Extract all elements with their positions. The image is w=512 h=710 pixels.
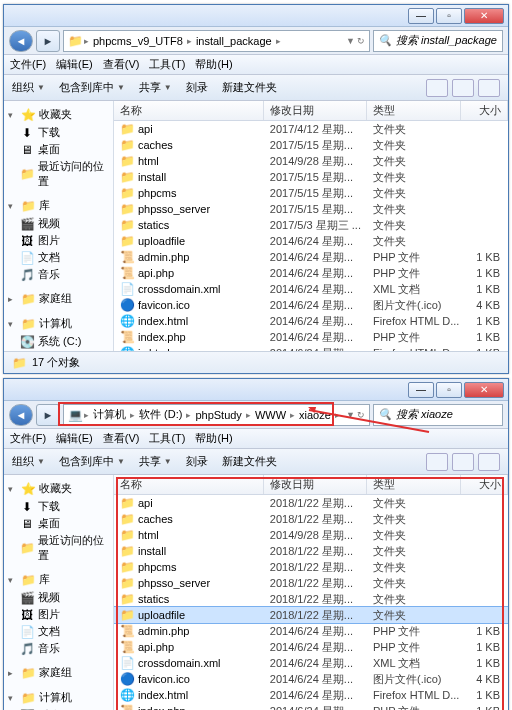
sidebar-item[interactable]: 🖥桌面: [6, 515, 111, 532]
sidebar-header[interactable]: ▾📁计算机: [6, 314, 111, 333]
organize-button[interactable]: 组织▼: [12, 454, 45, 469]
sidebar-header[interactable]: ▾⭐收藏夹: [6, 479, 111, 498]
back-button[interactable]: ◄: [9, 404, 33, 426]
file-list[interactable]: 📁api2017/4/12 星期...文件夹📁caches2017/5/15 星…: [114, 121, 508, 351]
file-row[interactable]: 📜admin.php2014/6/24 星期...PHP 文件1 KB: [114, 623, 508, 639]
file-row[interactable]: 📁caches2018/1/22 星期...文件夹: [114, 511, 508, 527]
breadcrumb-seg[interactable]: 软件 (D:): [137, 407, 184, 422]
col-type[interactable]: 类型: [367, 101, 461, 120]
breadcrumb-seg[interactable]: WWW: [253, 409, 288, 421]
file-list[interactable]: 📁api2018/1/22 星期...文件夹📁caches2018/1/22 星…: [114, 495, 508, 710]
menu-view[interactable]: 查看(V): [103, 431, 140, 446]
breadcrumb-seg[interactable]: phpStudy: [193, 409, 243, 421]
menu-file[interactable]: 文件(F): [10, 57, 46, 72]
sidebar-item[interactable]: 💽软件 (D:): [6, 350, 111, 351]
menu-view[interactable]: 查看(V): [103, 57, 140, 72]
refresh-icon[interactable]: ↻: [357, 410, 365, 420]
menu-file[interactable]: 文件(F): [10, 431, 46, 446]
back-button[interactable]: ◄: [9, 30, 33, 52]
titlebar[interactable]: — ▫ ✕: [4, 379, 508, 401]
sidebar-item[interactable]: 🎵音乐: [6, 266, 111, 283]
sidebar-item[interactable]: 📁最近访问的位置: [6, 532, 111, 564]
sidebar-header[interactable]: ▸📁家庭组: [6, 663, 111, 682]
help-button[interactable]: [478, 79, 500, 97]
sidebar-item[interactable]: 📁最近访问的位置: [6, 158, 111, 190]
new-folder-button[interactable]: 新建文件夹: [222, 454, 277, 469]
file-row[interactable]: 📁install2017/5/15 星期...文件夹: [114, 169, 508, 185]
new-folder-button[interactable]: 新建文件夹: [222, 80, 277, 95]
sidebar-item[interactable]: ⬇下载: [6, 498, 111, 515]
menu-tools[interactable]: 工具(T): [149, 57, 185, 72]
sidebar-item[interactable]: 💽系统 (C:): [6, 333, 111, 350]
file-row[interactable]: 📁statics2018/1/22 星期...文件夹: [114, 591, 508, 607]
file-row[interactable]: 📁uploadfile2018/1/22 星期...文件夹: [114, 607, 508, 623]
file-row[interactable]: 📁caches2017/5/15 星期...文件夹: [114, 137, 508, 153]
menu-edit[interactable]: 编辑(E): [56, 57, 93, 72]
forward-button[interactable]: ►: [36, 404, 60, 426]
view-mode-button[interactable]: [426, 453, 448, 471]
sidebar-item[interactable]: 📄文档: [6, 249, 111, 266]
menu-edit[interactable]: 编辑(E): [56, 431, 93, 446]
breadcrumb-seg[interactable]: xiaoze: [297, 409, 333, 421]
minimize-button[interactable]: —: [408, 8, 434, 24]
breadcrumb-seg[interactable]: phpcms_v9_UTF8: [91, 35, 185, 47]
file-row[interactable]: 🔵favicon.ico2014/6/24 星期...图片文件(.ico)4 K…: [114, 297, 508, 313]
burn-button[interactable]: 刻录: [186, 80, 208, 95]
col-date[interactable]: 修改日期: [264, 101, 367, 120]
close-button[interactable]: ✕: [464, 8, 504, 24]
file-row[interactable]: 🌐index.html2014/6/24 星期...Firefox HTML D…: [114, 687, 508, 703]
file-row[interactable]: 📜admin.php2014/6/24 星期...PHP 文件1 KB: [114, 249, 508, 265]
col-size[interactable]: 大小: [461, 101, 508, 120]
file-row[interactable]: 📁html2014/9/28 星期...文件夹: [114, 527, 508, 543]
forward-button[interactable]: ►: [36, 30, 60, 52]
sidebar-header[interactable]: ▾📁库: [6, 570, 111, 589]
include-library-button[interactable]: 包含到库中▼: [59, 454, 125, 469]
titlebar[interactable]: — ▫ ✕: [4, 5, 508, 27]
col-date[interactable]: 修改日期: [264, 475, 367, 494]
burn-button[interactable]: 刻录: [186, 454, 208, 469]
maximize-button[interactable]: ▫: [436, 382, 462, 398]
file-row[interactable]: 📁phpcms2018/1/22 星期...文件夹: [114, 559, 508, 575]
breadcrumb-seg[interactable]: install_package: [194, 35, 274, 47]
view-mode-button[interactable]: [426, 79, 448, 97]
share-button[interactable]: 共享▼: [139, 454, 172, 469]
col-type[interactable]: 类型: [367, 475, 461, 494]
minimize-button[interactable]: —: [408, 382, 434, 398]
sidebar-item[interactable]: 🎬视频: [6, 589, 111, 606]
file-row[interactable]: 📁phpsso_server2018/1/22 星期...文件夹: [114, 575, 508, 591]
menu-tools[interactable]: 工具(T): [149, 431, 185, 446]
sidebar-header[interactable]: ▾📁计算机: [6, 688, 111, 707]
file-row[interactable]: 📁html2014/9/28 星期...文件夹: [114, 153, 508, 169]
maximize-button[interactable]: ▫: [436, 8, 462, 24]
share-button[interactable]: 共享▼: [139, 80, 172, 95]
search-input[interactable]: 🔍 搜索 install_package: [373, 30, 503, 52]
sidebar-header[interactable]: ▾📁库: [6, 196, 111, 215]
sidebar-item[interactable]: 🖥桌面: [6, 141, 111, 158]
file-row[interactable]: 🌐index.html2014/6/24 星期...Firefox HTML D…: [114, 313, 508, 329]
sidebar-item[interactable]: 🎵音乐: [6, 640, 111, 657]
file-row[interactable]: 🔵favicon.ico2014/6/24 星期...图片文件(.ico)4 K…: [114, 671, 508, 687]
sidebar-item[interactable]: 🖼图片: [6, 606, 111, 623]
close-button[interactable]: ✕: [464, 382, 504, 398]
refresh-icon[interactable]: ↻: [357, 36, 365, 46]
sidebar-item[interactable]: 🖼图片: [6, 232, 111, 249]
col-name[interactable]: 名称: [114, 101, 264, 120]
include-library-button[interactable]: 包含到库中▼: [59, 80, 125, 95]
dropdown-icon[interactable]: ▼: [346, 36, 355, 46]
breadcrumb[interactable]: 📁 ▸ phpcms_v9_UTF8 ▸ install_package ▸ ▼…: [63, 30, 370, 52]
file-row[interactable]: 📁install2018/1/22 星期...文件夹: [114, 543, 508, 559]
sidebar-header[interactable]: ▾⭐收藏夹: [6, 105, 111, 124]
breadcrumb[interactable]: 💻 ▸ 计算机 ▸ 软件 (D:) ▸ phpStudy ▸ WWW ▸ xia…: [63, 404, 370, 426]
file-row[interactable]: 📄crossdomain.xml2014/6/24 星期...XML 文档1 K…: [114, 281, 508, 297]
sidebar-header[interactable]: ▸📁家庭组: [6, 289, 111, 308]
file-row[interactable]: 📁phpcms2017/5/15 星期...文件夹: [114, 185, 508, 201]
file-row[interactable]: 📁phpsso_server2017/5/15 星期...文件夹: [114, 201, 508, 217]
col-size[interactable]: 大小: [461, 475, 508, 494]
file-row[interactable]: 📜index.php2014/6/24 星期...PHP 文件1 KB: [114, 703, 508, 710]
file-row[interactable]: 📁statics2017/5/3 星期三 ...文件夹: [114, 217, 508, 233]
file-row[interactable]: 📜api.php2014/6/24 星期...PHP 文件1 KB: [114, 265, 508, 281]
menu-help[interactable]: 帮助(H): [195, 57, 232, 72]
help-button[interactable]: [478, 453, 500, 471]
file-row[interactable]: 📁api2018/1/22 星期...文件夹: [114, 495, 508, 511]
sidebar-item[interactable]: ⬇下载: [6, 124, 111, 141]
